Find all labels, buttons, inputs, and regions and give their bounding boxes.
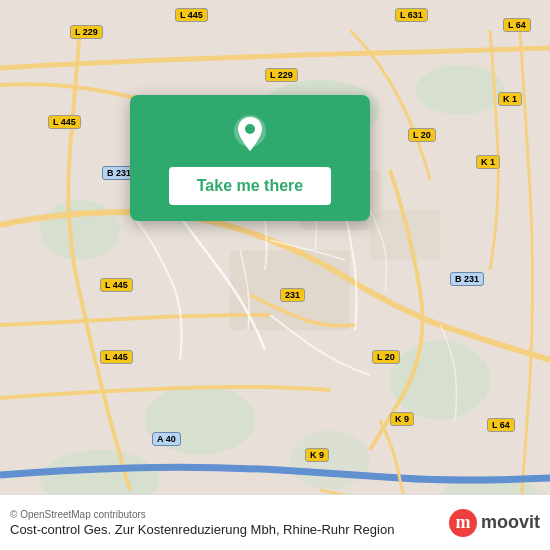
road-badge-b231-right: B 231 [450, 272, 484, 286]
road-badge-l64-bottom: L 64 [487, 418, 515, 432]
road-badge-k9-bottom: K 9 [390, 412, 414, 426]
road-badge-l631: L 631 [395, 8, 428, 22]
bottom-bar: © OpenStreetMap contributors Cost-contro… [0, 494, 550, 550]
svg-point-3 [40, 200, 120, 260]
road-badge-k9-bottom2: K 9 [305, 448, 329, 462]
take-me-there-button[interactable]: Take me there [169, 167, 331, 205]
svg-point-5 [390, 340, 490, 420]
road-badge-l64-top: L 64 [503, 18, 531, 32]
road-badge-a40: A 40 [152, 432, 181, 446]
osm-attribution: © OpenStreetMap contributors [10, 509, 439, 520]
road-badge-l445-top: L 445 [175, 8, 208, 22]
road-badge-l20-bottom: L 20 [372, 350, 400, 364]
moovit-brand-text: moovit [481, 512, 540, 533]
road-badge-k1-mid: K 1 [476, 155, 500, 169]
road-badge-l445-bottom-left: L 445 [100, 278, 133, 292]
moovit-logo: m moovit [449, 509, 540, 537]
map-container: L 445 L 631 L 229 L 64 L 445 L 229 L 20 … [0, 0, 550, 550]
location-pin-icon [228, 113, 272, 157]
road-badge-l20-right: L 20 [408, 128, 436, 142]
road-badge-l445-left: L 445 [48, 115, 81, 129]
road-badge-l445-bottom: L 445 [100, 350, 133, 364]
moovit-m-icon: m [449, 509, 477, 537]
location-card: Take me there [130, 95, 370, 221]
svg-point-8 [290, 430, 370, 490]
bottom-info: © OpenStreetMap contributors Cost-contro… [10, 509, 439, 537]
svg-point-2 [415, 65, 505, 115]
location-title: Cost-control Ges. Zur Kostenreduzierung … [10, 522, 439, 537]
road-badge-l229-top: L 229 [70, 25, 103, 39]
road-badge-l229-mid: L 229 [265, 68, 298, 82]
road-badge-k1-top: K 1 [498, 92, 522, 106]
svg-point-13 [245, 124, 255, 134]
road-badge-231-center: 231 [280, 288, 305, 302]
